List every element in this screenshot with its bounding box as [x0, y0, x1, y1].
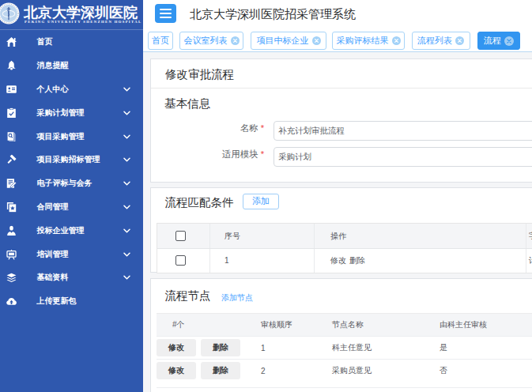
- select-all-checkbox[interactable]: [175, 231, 186, 241]
- sidebar-item-label: 上传更新包: [37, 296, 77, 307]
- close-icon[interactable]: [231, 36, 240, 45]
- book-icon: [6, 131, 17, 141]
- presentation-board-icon: [6, 249, 17, 259]
- close-icon[interactable]: [455, 36, 464, 45]
- required-asterisk: *: [261, 149, 264, 159]
- edit-button[interactable]: 修改: [157, 339, 196, 356]
- id-card-icon: [6, 84, 17, 94]
- edit-button[interactable]: 修改: [157, 362, 196, 379]
- chevron-down-icon: [123, 274, 130, 281]
- row-checkbox[interactable]: [175, 255, 186, 266]
- sidebar-item-project-purchase[interactable]: 项目采购管理: [0, 125, 143, 149]
- edit-link[interactable]: 修改: [330, 255, 346, 266]
- page-title: 修改审批流程: [165, 68, 234, 81]
- tab-evaluation-results[interactable]: 采购评标结果: [332, 32, 405, 50]
- sidebar-item-label: 培训管理: [37, 249, 69, 260]
- sidebar-item-label: 基础资料: [37, 272, 69, 283]
- required-asterisk: *: [261, 123, 264, 133]
- sidebar: 北京大学深圳医院 PEKING UNIVERSITY SHENZHEN HOSP…: [0, 0, 143, 392]
- home-icon: [6, 37, 17, 47]
- tab-winning-bidders[interactable]: 项目中标企业: [251, 32, 326, 50]
- column-header-index: 序号: [224, 231, 240, 242]
- sidebar-item-label: 项目采购招标管理: [37, 154, 100, 165]
- sidebar-item-messages[interactable]: 消息提醒: [0, 54, 143, 77]
- tab-home[interactable]: 首页: [148, 32, 173, 50]
- row-dept-review: 否: [440, 366, 447, 375]
- clipboard-check-icon: [6, 107, 17, 118]
- sidebar-item-label: 个人中心: [37, 84, 69, 95]
- tab-flow-list[interactable]: 流程列表: [412, 32, 470, 50]
- tab-flow[interactable]: 流程: [477, 32, 520, 50]
- add-condition-button[interactable]: 添加: [243, 194, 279, 209]
- row-order: 2: [261, 367, 266, 375]
- module-input[interactable]: [274, 147, 532, 167]
- hospital-emblem-icon: [0, 2, 20, 24]
- table-row: 修改 删除 1 科主任意见 是: [157, 337, 532, 360]
- column-header-ops: #个: [172, 319, 185, 330]
- delete-link[interactable]: 删除: [349, 255, 365, 266]
- row-index: 1: [224, 256, 229, 265]
- sidebar-item-home[interactable]: 首页: [0, 31, 143, 55]
- close-icon[interactable]: [392, 36, 401, 45]
- document-edit-icon: [6, 179, 17, 189]
- chevron-down-icon: [123, 156, 130, 164]
- sidebar-item-e-evaluation[interactable]: 电子评标与会务: [0, 172, 143, 195]
- match-conditions-card: 流程匹配条件 添加 序号 操作 字段 1 修改删除 计划类型: [150, 187, 532, 273]
- sidebar-item-label: 首页: [37, 36, 53, 47]
- flow-nodes-card: 流程节点 添加节点 #个 审核顺序 节点名称 由科主任审核 修改 删除 1 科主…: [150, 278, 532, 392]
- flow-nodes-table: #个 审核顺序 节点名称 由科主任审核 修改 删除 1 科主任意见 是 修改 删…: [157, 313, 532, 388]
- sidebar-item-training[interactable]: 培训管理: [0, 243, 143, 266]
- delete-button[interactable]: 删除: [201, 362, 240, 379]
- row-name: 采购员意见: [332, 366, 372, 375]
- sidebar-item-profile[interactable]: 个人中心: [0, 77, 143, 101]
- table-row: 修改 删除 2 采购员意见 否: [157, 360, 532, 388]
- row-field: 计划类型: [529, 255, 532, 266]
- gavel-icon: [6, 155, 17, 165]
- field-label-name: 名称*: [151, 122, 264, 134]
- app-title: 北京大学深圳医院招采管理系统: [190, 7, 356, 22]
- name-input[interactable]: [274, 121, 532, 141]
- top-header: 北京大学深圳医院招采管理系统 首页 会议室列表 项目中标企业 采购评标结果: [143, 0, 532, 52]
- logo-area: 北京大学深圳医院 PEKING UNIVERSITY SHENZHEN HOSP…: [0, 0, 143, 30]
- person-icon: [6, 225, 17, 236]
- section-heading-match-conditions: 流程匹配条件: [165, 196, 234, 209]
- sidebar-item-base-data[interactable]: 基础资料: [0, 266, 143, 289]
- layers-icon: [6, 273, 17, 283]
- divider: [151, 88, 532, 89]
- bell-icon: [6, 61, 17, 71]
- sidebar-item-purchase-plan[interactable]: 采购计划管理: [0, 101, 143, 125]
- sidebar-item-tendering[interactable]: 项目采购招标管理: [0, 148, 143, 172]
- chevron-down-icon: [123, 109, 130, 116]
- tab-meeting-rooms[interactable]: 会议室列表: [179, 32, 243, 50]
- sidebar-item-upload-package[interactable]: 上传更新包: [0, 289, 143, 313]
- chevron-down-icon: [123, 251, 130, 258]
- field-label-module: 适用模块*: [151, 149, 264, 160]
- table-header-row: 序号 操作 字段: [157, 224, 532, 249]
- column-header-name: 节点名称: [332, 320, 364, 329]
- sidebar-item-label: 合同管理: [37, 202, 69, 213]
- hospital-name-en: PEKING UNIVERSITY SHENZHEN HOSPITAL: [25, 20, 141, 24]
- match-conditions-table: 序号 操作 字段 1 修改删除 计划类型: [157, 223, 532, 273]
- row-order: 1: [261, 344, 266, 352]
- sidebar-item-contracts[interactable]: 合同管理: [0, 195, 143, 219]
- sidebar-item-label: 投标企业管理: [37, 225, 85, 236]
- chevron-down-icon: [123, 180, 130, 187]
- close-icon[interactable]: [312, 36, 321, 45]
- add-node-link[interactable]: 添加节点: [221, 292, 253, 303]
- close-icon[interactable]: [504, 36, 514, 46]
- sidebar-item-label: 消息提醒: [37, 60, 69, 71]
- cloud-upload-icon: [6, 296, 17, 307]
- chevron-down-icon: [123, 85, 130, 92]
- row-name: 科主任意见: [332, 343, 372, 352]
- column-header-ops: 操作: [330, 231, 346, 242]
- delete-button[interactable]: 删除: [201, 339, 240, 356]
- sidebar-menu: 首页 消息提醒 个人中心: [0, 31, 143, 314]
- files-star-icon: [6, 202, 17, 212]
- menu-toggle-button[interactable]: [155, 4, 176, 23]
- chevron-down-icon: [123, 203, 130, 210]
- hamburger-icon: [160, 9, 172, 10]
- sidebar-item-label: 项目采购管理: [37, 131, 85, 142]
- section-heading-basic-info: 基本信息: [164, 97, 210, 110]
- column-header-dept-review: 由科主任审核: [440, 320, 487, 329]
- sidebar-item-bidders[interactable]: 投标企业管理: [0, 219, 143, 243]
